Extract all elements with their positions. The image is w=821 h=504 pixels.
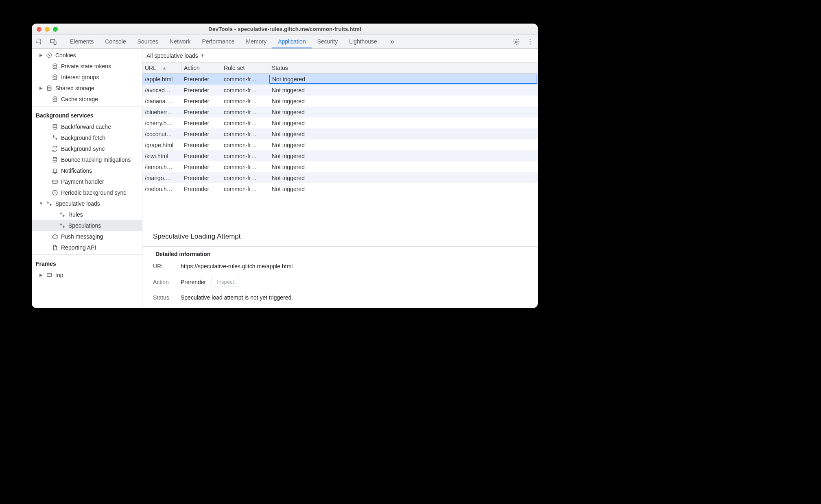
tree-item-label: Back/forward cache: [61, 124, 111, 130]
cell-action: Prerender: [181, 131, 221, 137]
tab-security[interactable]: Security: [312, 35, 344, 48]
tree-item-label: Background sync: [61, 146, 105, 152]
cell-url: /apple.html: [142, 76, 181, 83]
col-action[interactable]: Action: [181, 63, 221, 73]
col-url[interactable]: URL ▲: [142, 63, 181, 73]
inspect-button[interactable]: Inspect: [212, 277, 239, 287]
cell-url: /mango.…: [142, 175, 181, 181]
sidebar-item-background-fetch[interactable]: Background fetch: [32, 132, 142, 143]
cell-action: Prerender: [181, 153, 221, 159]
cell-url: /lemon.h…: [142, 164, 181, 170]
tree-item-label: Cookies: [55, 52, 76, 59]
sidebar-item-push-messaging[interactable]: Push messaging: [32, 231, 142, 242]
cell-ruleset: common-fr…: [221, 98, 269, 104]
table-row[interactable]: /melon.h…Prerendercommon-fr…Not triggere…: [142, 183, 538, 194]
tab-sources[interactable]: Sources: [132, 35, 164, 48]
details-subheading: Detailed information: [155, 251, 527, 257]
close-window-button[interactable]: [37, 27, 41, 32]
sidebar-item-cookies[interactable]: ▶Cookies: [32, 50, 142, 61]
detail-action-value: Prerender: [181, 279, 206, 285]
cell-url: /coconut…: [142, 131, 181, 137]
sidebar-item-notifications[interactable]: Notifications: [32, 165, 142, 176]
sidebar-item-top[interactable]: ▶top: [32, 269, 142, 280]
window-title: DevTools - speculative-rules.glitch.me/c…: [32, 26, 538, 32]
table-row[interactable]: /grape.htmlPrerendercommon-fr…Not trigge…: [142, 139, 538, 150]
sidebar-item-reporting-api[interactable]: Reporting API: [32, 242, 142, 253]
cell-action: Prerender: [181, 87, 221, 93]
table-row[interactable]: /apple.htmlPrerendercommon-fr…Not trigge…: [142, 74, 538, 85]
tabs-overflow-icon[interactable]: »: [388, 37, 397, 46]
tab-application[interactable]: Application: [272, 35, 312, 48]
devtools-body: ▶CookiesPrivate state tokensInterest gro…: [32, 49, 538, 308]
details-pane: Speculative Loading Attempt Detailed inf…: [142, 225, 538, 308]
tab-lighthouse[interactable]: Lighthouse: [343, 35, 383, 48]
sidebar-item-cache-storage[interactable]: Cache storage: [32, 93, 142, 104]
cell-ruleset: common-fr…: [221, 164, 269, 170]
table-row[interactable]: /coconut…Prerendercommon-fr…Not triggere…: [142, 128, 538, 139]
sidebar-item-shared-storage[interactable]: ▶Shared storage: [32, 83, 142, 93]
filter-dropdown[interactable]: All speculative loads ▼: [142, 49, 538, 63]
cell-ruleset: common-fr…: [221, 186, 269, 192]
more-menu-icon[interactable]: [526, 37, 535, 46]
svg-rect-16: [52, 180, 57, 183]
cell-url: /avocad…: [142, 87, 181, 93]
detail-action-label: Action: [153, 279, 175, 285]
zoom-window-button[interactable]: [53, 27, 58, 32]
traffic-lights: [32, 27, 58, 32]
tree-item-label: top: [55, 272, 63, 278]
tab-network[interactable]: Network: [164, 35, 196, 48]
detail-status-label: Status: [153, 294, 175, 301]
sidebar-item-speculative-loads[interactable]: ▼Speculative loads: [32, 198, 142, 209]
db-icon: [51, 156, 59, 163]
sidebar-item-back-forward-cache[interactable]: Back/forward cache: [32, 121, 142, 132]
sidebar-item-background-sync[interactable]: Background sync: [32, 143, 142, 154]
sidebar-item-payment-handler[interactable]: Payment handler: [32, 176, 142, 187]
tree-item-label: Interest groups: [61, 74, 99, 80]
device-toolbar-icon[interactable]: [49, 37, 58, 46]
table-row[interactable]: /banana.…Prerendercommon-fr…Not triggere…: [142, 96, 538, 106]
db-icon: [46, 85, 53, 92]
application-sidebar: ▶CookiesPrivate state tokensInterest gro…: [32, 49, 142, 308]
fetch-icon: [59, 211, 66, 218]
cell-action: Prerender: [181, 120, 221, 126]
col-ruleset[interactable]: Rule set: [221, 63, 269, 73]
cell-action: Prerender: [181, 142, 221, 148]
table-row[interactable]: /blueberr…Prerendercommon-fr…Not trigger…: [142, 106, 538, 117]
inspect-element-icon[interactable]: [35, 37, 44, 46]
settings-gear-icon[interactable]: [512, 37, 521, 46]
sidebar-item-interest-groups[interactable]: Interest groups: [32, 72, 142, 83]
svg-point-3: [515, 41, 517, 43]
cell-url: /banana.…: [142, 98, 181, 104]
tab-console[interactable]: Console: [99, 35, 131, 48]
disclosure-triangle-icon: ▶: [39, 53, 43, 57]
detail-url-value: https://speculative-rules.glitch.me/appl…: [181, 263, 293, 269]
dropdown-caret-icon: ▼: [201, 53, 205, 58]
tree-item-label: Payment handler: [61, 178, 104, 185]
tab-memory[interactable]: Memory: [240, 35, 273, 48]
sidebar-item-rules[interactable]: Rules: [32, 209, 142, 220]
table-row[interactable]: /cherry.h…Prerendercommon-fr…Not trigger…: [142, 117, 538, 128]
detail-status-value: Speculative load attempt is not yet trig…: [181, 294, 293, 301]
tab-performance[interactable]: Performance: [196, 35, 240, 48]
tree-item-label: Notifications: [61, 167, 92, 174]
cell-action: Prerender: [181, 76, 221, 83]
cell-status: Not triggered: [269, 98, 538, 104]
col-status[interactable]: Status: [269, 63, 538, 73]
svg-point-10: [53, 64, 57, 65]
table-row[interactable]: /mango.…Prerendercommon-fr…Not triggered: [142, 172, 538, 183]
sidebar-item-periodic-background-sync[interactable]: Periodic background sync: [32, 187, 142, 198]
table-row[interactable]: /avocad…Prerendercommon-fr…Not triggered: [142, 85, 538, 96]
table-row[interactable]: /kiwi.htmlPrerendercommon-fr…Not trigger…: [142, 150, 538, 161]
sidebar-item-private-state-tokens[interactable]: Private state tokens: [32, 61, 142, 72]
minimize-window-button[interactable]: [45, 27, 50, 32]
frame-icon: [46, 272, 53, 279]
tab-elements[interactable]: Elements: [64, 35, 99, 48]
svg-point-15: [53, 157, 57, 159]
sidebar-item-bounce-tracking-mitigations[interactable]: Bounce tracking mitigations: [32, 154, 142, 165]
table-row[interactable]: /lemon.h…Prerendercommon-fr…Not triggere…: [142, 161, 538, 172]
disclosure-triangle-icon: ▶: [39, 86, 43, 90]
clock-icon: [51, 189, 59, 196]
table-body: /apple.htmlPrerendercommon-fr…Not trigge…: [142, 74, 538, 225]
cell-status: Not triggered: [269, 120, 538, 126]
sidebar-item-speculations[interactable]: Speculations: [32, 220, 142, 231]
